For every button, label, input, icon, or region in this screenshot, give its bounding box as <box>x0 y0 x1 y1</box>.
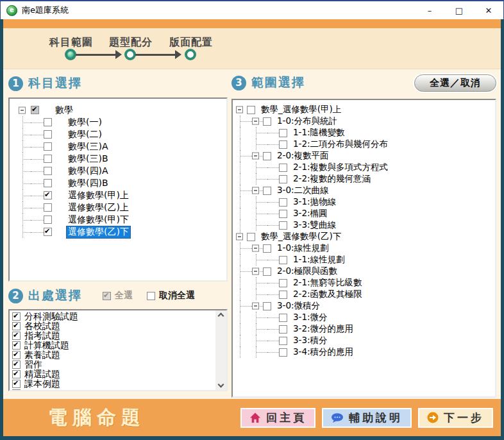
tree-node[interactable]: 2-0:複數平面 <box>235 150 495 162</box>
scroll-up-icon[interactable] <box>218 313 224 319</box>
tree-checkbox[interactable] <box>44 203 52 212</box>
tree-node[interactable]: 3-0:微積分 <box>235 300 495 312</box>
tree-node[interactable]: 數學(二) <box>18 128 226 140</box>
tree-checkbox[interactable] <box>279 210 287 218</box>
tree-node[interactable]: 1-1:線性規劃 <box>235 254 495 266</box>
tree-checkbox[interactable] <box>279 198 287 207</box>
source-checkbox[interactable] <box>12 360 21 369</box>
tree-node[interactable]: 1-0:線性規劃 <box>235 242 495 254</box>
tree-node[interactable]: 3-1:拋物線 <box>235 196 495 208</box>
collapse-minus-icon[interactable] <box>252 187 259 194</box>
tree-checkbox[interactable] <box>263 302 271 310</box>
home-button[interactable]: 回主頁 <box>240 408 315 428</box>
select-all-checkbox[interactable] <box>103 292 111 300</box>
source-item[interactable]: 素養試題 <box>12 350 226 360</box>
close-button[interactable]: ✕ <box>474 1 503 19</box>
tree-node[interactable]: 2-2:函數及其極限 <box>235 289 495 300</box>
tree-checkbox[interactable] <box>279 140 287 149</box>
tree-node[interactable]: 3-2:微分的應用 <box>235 323 495 335</box>
tree-node[interactable]: 3-2:橢圓 <box>235 208 495 219</box>
source-checkbox[interactable] <box>12 351 21 359</box>
tree-checkbox[interactable] <box>279 325 287 334</box>
tree-checkbox[interactable] <box>247 233 255 241</box>
source-item[interactable]: 課本例題 <box>12 379 226 389</box>
tree-node[interactable]: 選修數學(甲)上 <box>18 189 226 201</box>
source-checkbox[interactable] <box>12 341 21 350</box>
scroll-down-icon[interactable] <box>218 382 224 388</box>
tree-checkbox[interactable] <box>279 175 287 183</box>
tree-node[interactable]: 2-2:複數的幾何意涵 <box>235 173 495 185</box>
tree-node[interactable]: 3-3:積分 <box>235 335 495 346</box>
tree-checkbox[interactable] <box>44 155 52 163</box>
source-checkbox[interactable] <box>12 332 21 340</box>
collapse-minus-icon[interactable] <box>252 153 259 160</box>
tree-checkbox[interactable] <box>31 106 39 114</box>
source-checkbox[interactable] <box>12 312 21 321</box>
next-button[interactable]: 下一步 <box>418 408 493 428</box>
tree-checkbox[interactable] <box>44 216 52 224</box>
tree-node[interactable]: 2-1:複數與多項式方程式 <box>235 162 495 173</box>
collapse-minus-icon[interactable] <box>252 268 259 275</box>
tree-node[interactable]: 選修數學(乙)下 <box>18 226 226 238</box>
minimize-button[interactable]: – <box>415 1 444 19</box>
select-toggle-button[interactable]: 全選／取消 <box>414 74 496 92</box>
tree-node[interactable]: 1-1:隨機變數 <box>235 127 495 139</box>
tree-node[interactable]: 數學(一) <box>18 116 226 128</box>
tree-checkbox[interactable] <box>279 256 287 264</box>
app-icon: e <box>6 5 17 16</box>
source-checkbox[interactable] <box>12 380 21 388</box>
tree-node[interactable]: 選修數學(甲)下 <box>18 214 226 226</box>
collapse-minus-icon[interactable] <box>252 118 259 125</box>
tree-checkbox[interactable] <box>247 106 255 114</box>
collapse-minus-icon[interactable] <box>236 233 243 241</box>
tree-node[interactable]: 3-3:雙曲線 <box>235 219 495 231</box>
source-checkbox[interactable] <box>12 370 21 378</box>
collapse-minus-icon[interactable] <box>252 245 259 252</box>
tree-checkbox[interactable] <box>279 348 287 357</box>
tree-checkbox[interactable] <box>44 191 52 199</box>
tree-node[interactable]: 數學 <box>18 104 226 116</box>
deselect-all-checkbox[interactable] <box>147 292 155 300</box>
tree-node[interactable]: 2-0:極限與函數 <box>235 266 495 277</box>
tree-checkbox[interactable] <box>279 221 287 230</box>
tree-node[interactable]: 2-1:無窮等比級數 <box>235 277 495 289</box>
tree-checkbox[interactable] <box>279 337 287 345</box>
tree-checkbox[interactable] <box>263 187 271 195</box>
tree-node[interactable]: 數學(四)A <box>18 165 226 177</box>
tree-guide <box>235 242 251 254</box>
tree-node[interactable]: 數學(三)A <box>18 140 226 153</box>
tree-checkbox[interactable] <box>44 130 52 139</box>
tree-checkbox[interactable] <box>44 118 52 126</box>
tree-node[interactable]: 數學_選修數學(乙)下 <box>235 231 495 242</box>
tree-checkbox[interactable] <box>263 267 271 276</box>
tree-node[interactable]: 選修數學(乙)上 <box>18 201 226 214</box>
collapse-minus-icon[interactable] <box>252 303 259 310</box>
maximize-button[interactable]: □ <box>444 1 474 19</box>
tree-node[interactable]: 數學_選修數學(甲)上 <box>235 104 495 115</box>
tree-checkbox[interactable] <box>279 291 287 299</box>
source-checkbox[interactable] <box>12 322 21 330</box>
tree-checkbox[interactable] <box>44 167 52 175</box>
scrollbar[interactable] <box>215 310 226 390</box>
help-button[interactable]: 輔助說明 <box>322 408 412 428</box>
tree-checkbox[interactable] <box>44 142 52 151</box>
tree-node[interactable]: 3-0:二次曲線 <box>235 185 495 196</box>
source-checkbox[interactable] <box>12 389 21 391</box>
tree-checkbox[interactable] <box>263 244 271 253</box>
tree-node[interactable]: 1-2:二項分布與幾何分布 <box>235 139 495 150</box>
tree-checkbox[interactable] <box>279 164 287 172</box>
tree-checkbox[interactable] <box>44 179 52 187</box>
tree-checkbox[interactable] <box>263 117 271 126</box>
collapse-minus-icon[interactable] <box>19 106 26 114</box>
tree-node[interactable]: 數學(三)B <box>18 153 226 165</box>
tree-node[interactable]: 數學(四)B <box>18 177 226 189</box>
tree-checkbox[interactable] <box>263 152 271 160</box>
collapse-minus-icon[interactable] <box>236 106 243 114</box>
tree-node[interactable]: 3-1:微分 <box>235 312 495 323</box>
tree-node[interactable]: 1-0:分布與統計 <box>235 115 495 127</box>
tree-checkbox[interactable] <box>44 228 52 236</box>
tree-checkbox[interactable] <box>279 314 287 322</box>
tree-checkbox[interactable] <box>279 279 287 287</box>
tree-checkbox[interactable] <box>279 129 287 137</box>
tree-node[interactable]: 3-4:積分的應用 <box>235 346 495 358</box>
